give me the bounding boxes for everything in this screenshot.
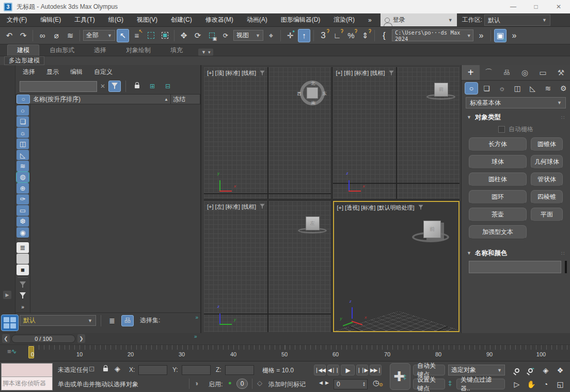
toggle-assemblies-icon[interactable]: ▭ xyxy=(17,205,29,215)
redo-button[interactable]: ↷ xyxy=(17,29,29,42)
select-manipulate-button[interactable]: ✛● xyxy=(284,29,296,42)
menu-views[interactable]: 视图(V) xyxy=(130,13,164,26)
select-scale-button[interactable]: ▣ xyxy=(205,29,218,42)
explorer-corner-overflow-icon[interactable]: » xyxy=(194,334,197,339)
clear-search-icon[interactable]: ✕ xyxy=(100,83,105,90)
tab-hierarchy[interactable]: 品 xyxy=(498,65,516,80)
lock-explorer-button[interactable] xyxy=(131,81,143,92)
x-coordinate-input[interactable] xyxy=(138,365,167,375)
notes-column-icon[interactable]: ■ xyxy=(17,264,29,275)
per-view-filter-icon[interactable] xyxy=(260,204,265,210)
toggle-spacewarps-icon[interactable]: ≋ xyxy=(17,161,29,171)
named-selection-set-dropdown[interactable]: 默认▼ xyxy=(20,315,96,326)
previous-frame-arrow[interactable]: ◀ xyxy=(319,380,323,385)
filter-icon[interactable] xyxy=(17,291,29,301)
plane-button[interactable]: 平面 xyxy=(531,208,563,222)
viewcube[interactable]: 北 东 南 西 xyxy=(300,81,325,105)
menu-create[interactable]: 创建(C) xyxy=(164,13,199,26)
app-icon[interactable]: 3 xyxy=(4,3,12,11)
toggle-hidden-icon[interactable]: ◉ xyxy=(17,227,29,238)
keyboard-override-button[interactable]: ↑ xyxy=(298,29,310,42)
percent-snap-button[interactable]: %ʔ xyxy=(345,29,357,42)
sign-in-dropdown[interactable]: 登录 ▼ xyxy=(381,13,457,26)
undo-button[interactable]: ↶ xyxy=(3,29,15,42)
tab-utilities[interactable]: ⚒ xyxy=(552,65,570,80)
close-button[interactable]: ✕ xyxy=(547,0,570,13)
toggle-geometry-icon[interactable]: ○ xyxy=(17,105,29,116)
object-type-column-icon[interactable]: ○ xyxy=(17,95,30,104)
category-cameras-button[interactable]: ◫ xyxy=(511,82,524,95)
category-helpers-button[interactable]: ◺ xyxy=(526,82,540,95)
next-frame-arrow[interactable]: ▶ xyxy=(325,380,329,385)
explorer-menu-select[interactable]: 选择 xyxy=(23,68,35,76)
isolate-selection-icon[interactable]: ⊡ xyxy=(89,365,95,373)
menu-graph-editors[interactable]: 图形编辑器(D) xyxy=(274,13,327,26)
tab-modify[interactable]: ⌒ xyxy=(480,65,498,80)
workspace-dropdown[interactable]: 默认 ▼ xyxy=(484,14,550,26)
z-coordinate-input[interactable] xyxy=(225,365,254,375)
category-geometry-button[interactable]: ○ xyxy=(465,82,478,95)
ribbon-tab-modeling[interactable]: 建模 xyxy=(7,44,39,56)
minimize-button[interactable]: — xyxy=(502,0,525,13)
textplus-button[interactable]: 加强型文本 xyxy=(469,225,527,239)
expand-panel-button[interactable]: ▶ xyxy=(3,291,11,299)
current-frame-spinner[interactable]: 0 ▲▼ xyxy=(334,379,368,389)
play-button[interactable]: ▶ xyxy=(341,365,355,375)
menu-group[interactable]: 组(G) xyxy=(102,13,130,26)
autogrid-checkbox[interactable] xyxy=(498,126,505,133)
go-to-end-button[interactable]: ▶▶❘ xyxy=(370,365,382,375)
tab-motion[interactable]: ◎ xyxy=(516,65,534,80)
viewport-front[interactable]: [+] [前] [标准] [线框] 前 z x xyxy=(333,67,460,199)
rollout-object-type[interactable]: ▼ 对象类型 ∷ xyxy=(465,112,567,123)
viewcube[interactable]: 前 xyxy=(434,83,448,97)
tab-display[interactable]: ▭ xyxy=(534,65,552,80)
per-view-filter-icon[interactable] xyxy=(418,205,423,211)
viewcube[interactable]: 左 xyxy=(306,216,320,230)
maxscript-mini-listener[interactable]: 脚本迷你侦听器 xyxy=(1,363,53,390)
time-tag-count-badge[interactable]: 0 xyxy=(236,379,248,389)
selection-lock-icon[interactable] xyxy=(103,366,108,373)
safe-scene-shield-icon[interactable]: ◑ xyxy=(194,379,198,387)
zoom-icon[interactable] xyxy=(510,364,524,377)
toggle-bones-icon[interactable]: ✑ xyxy=(17,194,29,205)
maximize-button[interactable]: □ xyxy=(525,0,547,13)
per-view-filter-icon[interactable] xyxy=(260,70,265,76)
rollout-name-color[interactable]: ▼ 名称和颜色 ∷ xyxy=(465,247,567,259)
angle-snap-button[interactable]: ∟ʔ xyxy=(331,29,343,42)
box-button[interactable]: 长方体 xyxy=(469,137,527,151)
tab-create[interactable]: + xyxy=(462,65,480,80)
category-lights-button[interactable]: ☼ xyxy=(495,82,509,95)
toolbar-overflow2-icon[interactable]: » xyxy=(508,29,520,42)
auto-key-button[interactable]: 自动关键点 xyxy=(413,365,445,375)
spinner-snap-button[interactable]: ⇕ʔ xyxy=(359,29,371,42)
toggle-groups-icon[interactable]: ◍ xyxy=(17,172,29,182)
frozen-column-header[interactable]: 冻结 xyxy=(173,95,200,104)
zoom-extents-all-icon[interactable]: ❖ xyxy=(553,364,567,377)
select-by-name-button[interactable]: ≡↖ xyxy=(131,29,143,42)
timeline-track-bar[interactable]: ≡∿ 10 20 30 40 50 60 70 80 90 100 0 xyxy=(0,344,570,362)
selection-filter-dropdown[interactable]: 全部▼ xyxy=(83,30,115,41)
selection-set-key-dropdown[interactable]: 选定对象▼ xyxy=(448,365,505,375)
next-frame-button[interactable]: ❘❘▶ xyxy=(356,365,368,375)
explorer-menu-edit[interactable]: 编辑 xyxy=(70,68,83,76)
toolbar-overflow-icon[interactable]: » xyxy=(475,29,487,42)
placement-icon[interactable]: ⟳ xyxy=(219,29,232,42)
hierarchy-view-icon[interactable]: 品 xyxy=(121,315,134,326)
collapse-hierarchy-button[interactable]: ⊟ xyxy=(162,81,174,92)
ribbon-minimize-button[interactable]: ▼▾ xyxy=(198,49,213,56)
toggle-cameras-icon[interactable]: ◫ xyxy=(17,138,29,149)
name-column-header[interactable]: 名称(按升序排序) xyxy=(30,95,81,104)
ribbon-tab-freeform[interactable]: 自由形式 xyxy=(40,45,84,56)
expand-hierarchy-button[interactable]: ⊞ xyxy=(146,81,159,92)
previous-frame-button[interactable]: ◀❘❘ xyxy=(327,365,339,375)
reference-coordinate-dropdown[interactable]: 视图▼ xyxy=(233,30,263,41)
viewport-layout-tabs-button[interactable] xyxy=(1,315,19,331)
menu-overflow-icon[interactable]: » xyxy=(361,13,378,26)
key-filters-button[interactable]: 关键点过滤器.. xyxy=(456,379,505,389)
tube-button[interactable]: 管状体 xyxy=(531,173,563,186)
viewcube[interactable]: 前 xyxy=(423,221,441,238)
add-time-tag[interactable]: 添加时间标记 xyxy=(268,380,306,389)
ribbon-tab-populate[interactable]: 填充 xyxy=(161,45,192,56)
zoom-all-icon[interactable]: ▪▪ xyxy=(525,364,538,377)
search-filter-button[interactable] xyxy=(108,81,121,92)
